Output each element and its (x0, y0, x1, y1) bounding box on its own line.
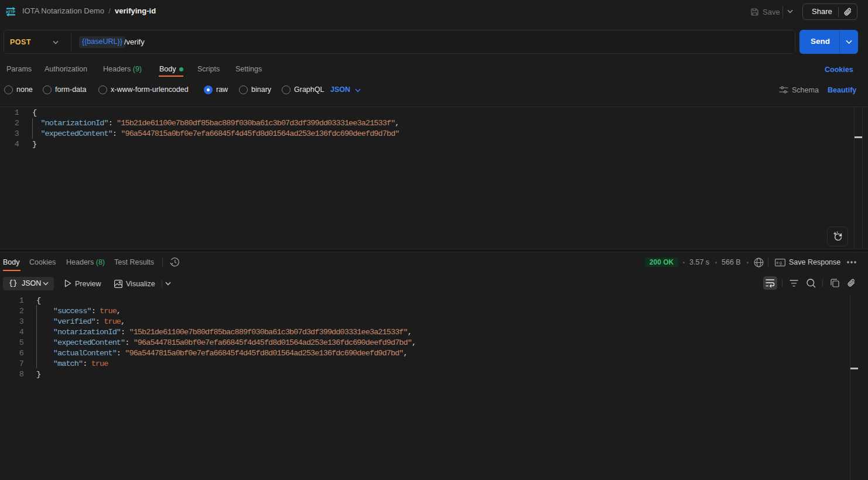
svg-text:e.g.: e.g. (777, 260, 783, 265)
svg-text:HTTP: HTTP (6, 10, 15, 14)
